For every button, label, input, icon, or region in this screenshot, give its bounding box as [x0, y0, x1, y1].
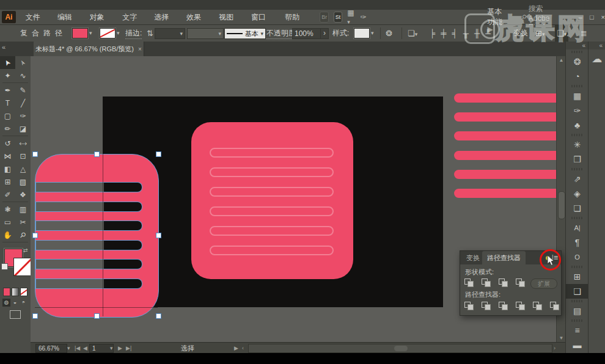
panel-menu-icon[interactable]: ≣ — [581, 25, 587, 42]
opacity-panel-button[interactable]: › — [320, 28, 329, 39]
rectangle-tool[interactable]: ▢ — [0, 109, 15, 122]
collapse-dock-icon[interactable]: « — [588, 42, 605, 49]
brush-definition-select[interactable]: 基本▾ — [224, 28, 266, 39]
dock-icon-stroke[interactable]: ≡ — [566, 323, 588, 338]
artwork-slot-cutout[interactable] — [35, 278, 142, 289]
dock-icon-transform[interactable]: ⊞ — [566, 269, 588, 284]
align-v-center-icon[interactable]: ╫ — [474, 25, 480, 42]
selection-handle[interactable] — [94, 313, 100, 319]
collapse-tools-icon[interactable]: « — [2, 43, 6, 51]
minimize-button[interactable]: – — [579, 13, 582, 21]
dock-icon-gradient[interactable]: ◔ — [566, 69, 588, 84]
dock-group-grip[interactable] — [571, 134, 583, 136]
dock-icon-paragraph[interactable]: ¶ — [566, 235, 588, 250]
divide-button[interactable] — [464, 301, 474, 310]
direct-selection-tool[interactable]: ➢ — [15, 56, 31, 69]
selection-handle[interactable] — [94, 151, 100, 157]
scroll-down-icon[interactable]: ▼ — [557, 335, 566, 341]
horizontal-scrollbar[interactable] — [248, 344, 552, 353]
slice-tool[interactable]: ✂ — [15, 216, 31, 228]
color-button[interactable] — [3, 288, 10, 296]
dock-icon-artboards[interactable]: ❏ — [566, 201, 588, 216]
tab-transform[interactable]: 变换 — [461, 251, 485, 264]
selection-handle[interactable] — [32, 151, 38, 157]
default-colors-icon[interactable] — [1, 263, 8, 270]
close-tab-icon[interactable]: × — [138, 46, 142, 53]
scroll-left-icon[interactable]: ‹ — [242, 343, 244, 354]
artwork-right-pill[interactable] — [454, 93, 556, 103]
artwork-slot-cutout[interactable] — [35, 182, 142, 192]
dock-icon-symbols[interactable]: ♣ — [566, 118, 588, 133]
scale-tool[interactable]: ⤢ — [15, 137, 31, 150]
perspective-grid-tool[interactable]: △ — [15, 162, 31, 175]
type-tool[interactable]: T — [0, 96, 15, 109]
menu-item-5[interactable]: 效果(C) — [180, 10, 213, 24]
artwork-right-pill[interactable] — [454, 151, 556, 160]
last-artboard-icon[interactable]: ▶| — [126, 343, 131, 354]
none-button[interactable] — [20, 288, 28, 296]
sync-settings-icon[interactable]: ✑ — [361, 13, 367, 21]
dock-group-grip[interactable] — [571, 85, 583, 87]
next-artboard-icon[interactable]: ▶ — [118, 343, 122, 354]
expand-button[interactable]: 扩展 — [530, 278, 557, 289]
minus-front-button[interactable] — [481, 278, 491, 287]
align-left-icon[interactable]: ╞ — [430, 25, 435, 42]
dock-group-grip[interactable] — [571, 217, 583, 219]
dock-group-grip[interactable] — [571, 51, 583, 53]
app-logo[interactable]: Ai — [2, 11, 16, 23]
eyedropper-tool[interactable]: ✐ — [0, 188, 15, 201]
gradient-tool[interactable]: ▧ — [15, 175, 31, 188]
menu-item-2[interactable]: 对象(O) — [84, 10, 117, 24]
gradient-button[interactable] — [12, 288, 19, 296]
align-top-icon[interactable]: ╥ — [463, 25, 469, 42]
tab-pathfinder[interactable]: 路径查找器 — [482, 251, 526, 264]
scroll-up-icon[interactable]: ▲ — [557, 57, 566, 63]
selection-handle[interactable] — [156, 233, 161, 238]
eraser-tool[interactable]: ◪ — [15, 122, 31, 135]
dock-icon-pathfinder[interactable]: ❑ — [566, 284, 588, 299]
pencil-tool[interactable]: ✏ — [0, 122, 15, 135]
paintbrush-tool[interactable]: ✑ — [15, 109, 31, 122]
outline-button[interactable] — [532, 301, 543, 310]
arrange-documents-icon[interactable]: ▦ ▾ — [347, 9, 355, 26]
dock-icon-creative-cloud[interactable]: ☁ — [588, 49, 605, 68]
zoom-tool[interactable]: ⚲ — [15, 228, 31, 241]
isolate-selected-icon[interactable]: ❑▾ — [555, 25, 568, 42]
stroke-color-indicator[interactable] — [13, 258, 32, 276]
pen-tool[interactable]: ✒ — [0, 84, 15, 96]
artwork-right-pill[interactable] — [454, 131, 556, 140]
align-bottom-icon[interactable]: ╨ — [485, 25, 491, 42]
artwork-right-pill[interactable] — [454, 170, 556, 179]
workspace-switcher[interactable]: 基本功能 — [488, 7, 508, 27]
document-setup-icon[interactable]: ❏▾ — [408, 25, 417, 42]
stock-button[interactable]: St — [334, 12, 342, 23]
selection-handle[interactable] — [156, 151, 161, 157]
dock-icon-brushes[interactable]: ✑ — [566, 103, 588, 118]
dock-icon-appearance[interactable]: ✳ — [566, 137, 588, 152]
rotate-tool[interactable]: ↺ — [0, 137, 15, 150]
screen-mode-button[interactable] — [10, 310, 21, 319]
shape-builder-tool[interactable]: ◧ — [0, 162, 15, 175]
dock-icon-graphic-styles[interactable]: ❒ — [566, 152, 588, 167]
artwork-right-pill[interactable] — [454, 189, 556, 198]
status-menu-icon[interactable]: ▶ — [234, 343, 238, 354]
lasso-tool[interactable]: ∿ — [15, 69, 31, 82]
artwork-center-rounded-square[interactable] — [191, 122, 353, 279]
close-button[interactable]: × — [601, 13, 605, 21]
dock-icon-export[interactable]: ⇗ — [566, 172, 588, 186]
dock-group-grip[interactable] — [571, 300, 583, 302]
stroke-weight-stepper[interactable]: ⇅ — [147, 25, 153, 42]
dock-icon-character[interactable]: A| — [566, 220, 588, 235]
dock-group-grip[interactable] — [571, 168, 583, 170]
align-to-selection-icon[interactable]: ⊞▾ — [535, 25, 544, 42]
hand-tool[interactable]: ✋ — [0, 228, 15, 241]
crop-button[interactable] — [515, 301, 526, 310]
dock-icon-swatches[interactable]: ▦ — [566, 89, 588, 103]
minus-back-button[interactable] — [549, 301, 560, 310]
curvature-pen-tool[interactable]: ✎ — [15, 84, 31, 96]
selection-handle[interactable] — [32, 313, 38, 319]
prev-artboard-icon[interactable]: ◀ — [83, 343, 87, 354]
align-h-center-icon[interactable]: ╪ — [441, 25, 446, 42]
maximize-button[interactable]: □ — [590, 13, 594, 21]
align-right-icon[interactable]: ╡ — [452, 25, 457, 42]
